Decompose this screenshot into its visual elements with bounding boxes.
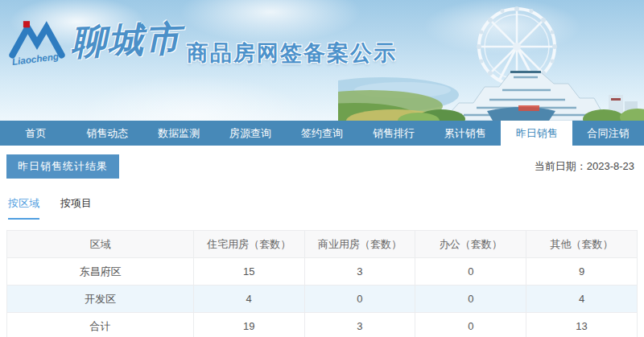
brand-block: Liaocheng 聊城市 商品房网签备案公示	[8, 18, 397, 71]
nav-item-sales-ranking[interactable]: 销售排行	[357, 121, 429, 146]
nav-item-sales-dynamics[interactable]: 销售动态	[72, 121, 143, 146]
logo-script-text: Liaocheng	[11, 51, 60, 67]
table-row: 东昌府区 15 3 0 9	[7, 258, 638, 286]
header-banner: Liaocheng 聊城市 商品房网签备案公示	[0, 0, 644, 121]
nav-item-contract-query[interactable]: 签约查询	[287, 121, 358, 146]
nav-item-total-sales[interactable]: 累计销售	[429, 121, 501, 146]
table-row-total: 合计 19 3 0 13	[7, 313, 638, 337]
cell-value: 0	[415, 286, 526, 313]
cell-value: 13	[526, 313, 638, 337]
site-title: 商品房网签备案公示	[187, 39, 397, 68]
cell-value: 0	[415, 258, 526, 286]
content-area: 昨日销售统计结果 当前日期：2023-8-23 按区域 按项目 区域 住宅用房（…	[0, 146, 644, 337]
tab-by-region[interactable]: 按区域	[8, 196, 39, 220]
nav-item-data-monitor[interactable]: 数据监测	[143, 121, 215, 146]
section-title-badge: 昨日销售统计结果	[6, 154, 119, 179]
cell-value: 19	[193, 313, 304, 337]
nav-item-home[interactable]: 首页	[0, 121, 72, 146]
cell-value: 4	[526, 286, 638, 313]
tab-by-project[interactable]: 按项目	[60, 196, 92, 220]
cell-value: 0	[415, 313, 526, 337]
table-row: 开发区 4 0 0 4	[7, 286, 638, 313]
current-date: 当前日期：2023-8-23	[535, 159, 638, 174]
cell-value: 4	[193, 286, 304, 313]
cell-value: 15	[193, 258, 304, 286]
cell-region: 开发区	[7, 286, 194, 313]
sales-stats-table: 区域 住宅用房（套数） 商业用房（套数） 办公（套数） 其他（套数） 东昌府区 …	[6, 230, 638, 337]
cell-region: 东昌府区	[7, 258, 194, 286]
cell-value: 9	[526, 258, 638, 286]
title-bar: 昨日销售统计结果 当前日期：2023-8-23	[6, 154, 638, 179]
table-header-row: 区域 住宅用房（套数） 商业用房（套数） 办公（套数） 其他（套数）	[7, 231, 638, 258]
brand-calligraphy: 聊城市	[70, 16, 183, 67]
cell-value: 0	[304, 286, 415, 313]
cell-value: 3	[304, 313, 415, 337]
col-header-office: 办公（套数）	[415, 231, 526, 258]
current-date-value: 2023-8-23	[587, 160, 634, 172]
cell-value: 3	[304, 258, 415, 286]
nav-item-housing-query[interactable]: 房源查询	[215, 121, 287, 146]
nav-item-yesterday-sales[interactable]: 昨日销售	[501, 121, 572, 146]
main-nav: 首页 销售动态 数据监测 房源查询 签约查询 销售排行 累计销售 昨日销售 合同…	[0, 121, 644, 146]
col-header-residential: 住宅用房（套数）	[193, 231, 304, 258]
cell-region: 合计	[7, 313, 194, 337]
current-date-label: 当前日期：	[535, 160, 587, 172]
col-header-other: 其他（套数）	[526, 231, 638, 258]
col-header-commercial: 商业用房（套数）	[304, 231, 415, 258]
view-tabs: 按区域 按项目	[6, 196, 638, 220]
liaocheng-logo-icon: Liaocheng	[8, 18, 66, 71]
nav-item-contract-cancel[interactable]: 合同注销	[572, 121, 644, 146]
col-header-region: 区域	[7, 231, 194, 258]
